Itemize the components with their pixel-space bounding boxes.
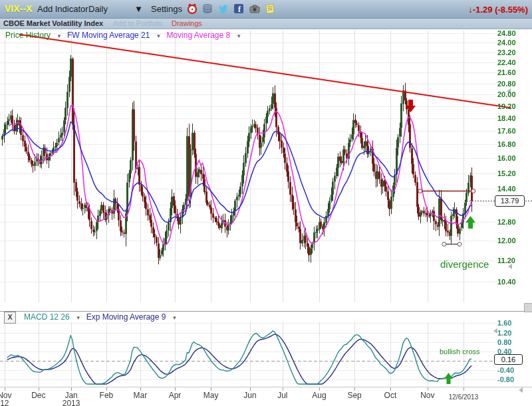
- month-label: Dec: [24, 391, 53, 400]
- ma21-dropdown[interactable]: FW Moving Average 21: [67, 31, 150, 40]
- symbol-description-bar: CBOE Market Volatility Index Add to Port…: [0, 19, 532, 29]
- macd-signal-dropdown[interactable]: Exp Moving Average 9: [86, 312, 166, 322]
- price-change-indicator: ↓-1.29 (-8.55%): [468, 4, 528, 15]
- macd-pane-legend: MACD 12 26▼Exp Moving Average 9▼: [24, 312, 182, 322]
- current-macd-badge: 0.16: [494, 354, 523, 365]
- charting-app-window: VIX--X Add Indicator Daily ▼ Settings f …: [0, 0, 532, 406]
- price-tick-label: 18.40: [497, 114, 516, 122]
- twitter-icon[interactable]: [217, 3, 228, 14]
- macd-green-up-arrow-annotation[interactable]: [444, 373, 453, 387]
- price-tick-label: 20.80: [497, 80, 516, 88]
- macd-tick-label: -0.40: [497, 366, 514, 374]
- symbol-ticker[interactable]: VIX--X: [5, 3, 32, 14]
- chevron-down-icon[interactable]: ▼: [57, 33, 62, 39]
- price-tick-label: 20.00: [497, 90, 516, 98]
- change-text: -1.29 (-8.55%): [473, 5, 528, 15]
- month-label: May: [196, 391, 225, 400]
- facebook-icon[interactable]: f: [233, 3, 244, 14]
- price-tick-label: 22.40: [497, 58, 516, 66]
- price-tick-label: 14.40: [497, 185, 516, 193]
- current-price-badge: 13.79: [495, 195, 525, 207]
- scrollbar-corner[interactable]: [524, 303, 532, 312]
- month-label: Feb: [92, 391, 121, 400]
- price-tick-label: 24.00: [497, 39, 516, 47]
- month-label: Nov: [413, 391, 442, 400]
- add-indicator-button[interactable]: Add Indicator: [37, 4, 88, 14]
- price-tick-label: 19.20: [497, 102, 516, 110]
- last-date-label: 12/6/2013: [444, 393, 483, 401]
- month-label: Aug: [305, 391, 334, 400]
- chevron-down-icon[interactable]: ▼: [156, 33, 161, 39]
- down-arrow-icon: ↓: [468, 4, 473, 15]
- month-label: Mar: [126, 391, 155, 400]
- price-tick-label: 10.40: [497, 278, 516, 286]
- add-to-portfolio-link[interactable]: Add to Portfolio: [113, 19, 163, 27]
- price-tick-label: 11.20: [497, 256, 515, 264]
- chevron-down-icon[interactable]: ▼: [76, 315, 81, 321]
- bullish-cross-annotation[interactable]: bullish cross: [440, 348, 480, 355]
- axis-scroll-nub-icon[interactable]: [508, 264, 512, 269]
- timeframe-dropdown-arrow[interactable]: ▼: [134, 4, 143, 14]
- close-indicator-button[interactable]: X: [4, 312, 16, 324]
- price-tick-label: 23.20: [497, 49, 516, 56]
- macd-dropdown[interactable]: MACD 12 26: [24, 312, 70, 322]
- database-icon[interactable]: [202, 3, 213, 14]
- red-down-arrow-annotation[interactable]: [406, 100, 416, 115]
- chevron-down-icon[interactable]: ▼: [236, 33, 241, 39]
- price-pane-legend: Price History▼FW Moving Average 21▼Movin…: [5, 31, 247, 40]
- toolbar: VIX--X Add Indicator Daily ▼ Settings f …: [0, 0, 532, 19]
- drawings-menu[interactable]: Drawings: [172, 19, 202, 27]
- month-label: Apr: [160, 391, 190, 400]
- month-label: Oct: [376, 391, 405, 400]
- macd-tick-label: -0.80: [497, 375, 514, 383]
- security-name: CBOE Market Volatility Index: [3, 19, 103, 27]
- price-tick-label: 16.80: [497, 140, 516, 148]
- price-tick-label: 17.60: [497, 127, 516, 135]
- price-tick-label: 12.80: [497, 218, 516, 226]
- macd-tick-label: 1.20: [497, 329, 511, 337]
- year-label: 2013: [57, 399, 86, 406]
- month-label: Jun: [235, 391, 265, 400]
- axis-scroll-nub-icon[interactable]: [519, 387, 523, 393]
- divergence-annotation[interactable]: divergence: [440, 258, 489, 270]
- macd-tick-label: 1.60: [497, 319, 511, 327]
- price-tick-label: 24.80: [497, 29, 516, 37]
- timeframe-dropdown[interactable]: Daily: [88, 4, 108, 14]
- ma8-dropdown[interactable]: Moving Average 8: [166, 31, 230, 40]
- notes-icon[interactable]: [265, 3, 275, 14]
- month-label: Jul: [268, 391, 297, 400]
- settings-button[interactable]: Settings: [151, 4, 182, 14]
- price-history-dropdown[interactable]: Price History: [5, 31, 51, 40]
- price-tick-label: 15.20: [497, 169, 516, 177]
- alarm-clock-icon[interactable]: [187, 3, 198, 14]
- price-and-macd-chart[interactable]: [0, 0, 532, 406]
- chevron-down-icon[interactable]: ▼: [172, 315, 177, 321]
- month-label: Sep: [340, 391, 369, 400]
- macd-tick-label: 0.80: [497, 338, 511, 346]
- axis-separator: [0, 387, 532, 387]
- price-tick-label: 21.60: [497, 68, 516, 76]
- camera-icon[interactable]: [249, 3, 260, 14]
- green-up-arrow-annotation[interactable]: [466, 216, 475, 231]
- price-tick-label: 16.00: [497, 154, 516, 162]
- price-tick-label: 12.00: [497, 237, 516, 245]
- year-label: 12: [0, 399, 19, 406]
